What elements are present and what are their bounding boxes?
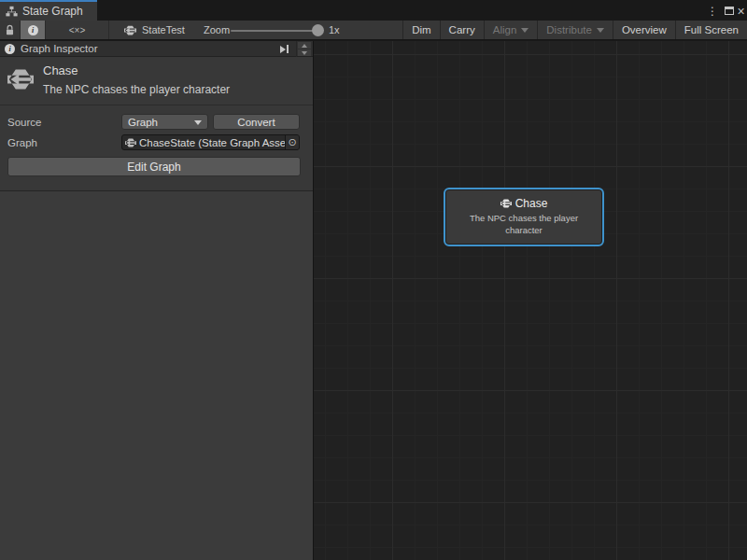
state-description: The NPC chases the player character	[43, 83, 230, 96]
tab-state-graph[interactable]: State Graph	[0, 2, 97, 21]
dock-panel-button[interactable]	[276, 43, 291, 55]
lock-icon	[5, 24, 15, 36]
overview-label: Overview	[622, 24, 667, 35]
scroll-up-button[interactable]	[298, 42, 311, 49]
graph-breadcrumb-label: StateTest	[142, 24, 185, 35]
edit-graph-button[interactable]: Edit Graph	[7, 157, 301, 176]
maximize-box	[725, 7, 734, 15]
inspector-toggle[interactable]: i	[21, 21, 46, 39]
carry-button[interactable]: Carry	[440, 21, 484, 39]
node-title-row: Chase	[500, 197, 548, 210]
info-icon: i	[28, 25, 38, 35]
graph-object-value: ChaseState (State Graph Asset)	[139, 137, 285, 148]
full-screen-button[interactable]: Full Screen	[675, 21, 747, 39]
source-dropdown-value: Graph	[128, 117, 158, 128]
node-chase[interactable]: Chase The NPC chases the player characte…	[444, 188, 604, 246]
state-graph-icon	[125, 137, 136, 148]
zoom-value: 1x	[329, 21, 340, 39]
arrow-down-icon	[302, 51, 307, 55]
graph-canvas[interactable]: Chase The NPC chases the player characte…	[314, 41, 747, 560]
inspector-empty-area	[0, 191, 313, 560]
object-picker-icon[interactable]: ⊙	[285, 135, 299, 149]
code-icon: <×>	[69, 25, 86, 35]
divider	[0, 105, 313, 105]
state-title: Chase	[43, 63, 78, 77]
chevron-down-icon	[597, 28, 604, 33]
convert-label: Convert	[237, 117, 275, 128]
info-icon: i	[5, 44, 15, 54]
inspector-header-title: Graph Inspector	[21, 43, 97, 54]
convert-button[interactable]: Convert	[213, 114, 300, 130]
inspector-header: i Graph Inspector	[0, 41, 313, 57]
source-dropdown[interactable]: Graph	[121, 114, 208, 130]
zoom-slider-track[interactable]	[231, 30, 315, 32]
node-description: The NPC chases the player character	[458, 213, 590, 237]
dim-label: Dim	[412, 24, 430, 35]
dock-arrow-icon	[280, 46, 286, 53]
dock-bar-icon	[287, 45, 289, 53]
node-title: Chase	[515, 197, 548, 210]
graph-inspector-panel: i Graph Inspector Chase The NPC chases t…	[0, 41, 313, 560]
toolbar: i <×> StateTest Zoom 1x Dim Carry Align …	[0, 21, 747, 40]
graph-label: Graph	[7, 137, 37, 148]
editor-window: State Graph ⋮ × i <×> StateTest Zoom 1x …	[0, 0, 747, 560]
align-button[interactable]: Align	[484, 21, 538, 39]
window-close-icon[interactable]: ×	[735, 4, 747, 18]
graph-breadcrumb[interactable]: StateTest	[124, 21, 185, 39]
panel-scrollbar	[296, 41, 311, 57]
tab-title: State Graph	[22, 5, 83, 18]
edit-graph-label: Edit Graph	[127, 161, 180, 174]
dim-button[interactable]: Dim	[402, 21, 439, 39]
title-bar: State Graph ⋮ ×	[0, 0, 747, 21]
window-maximize-icon[interactable]	[723, 4, 735, 18]
toolbar-right-group: Dim Carry Align Distribute Overview Full…	[402, 21, 747, 39]
distribute-button[interactable]: Distribute	[537, 21, 613, 39]
arrow-up-icon	[302, 44, 307, 48]
graph-hierarchy-icon	[6, 6, 18, 18]
state-graph-icon	[7, 66, 34, 92]
align-label: Align	[493, 24, 517, 35]
zoom-slider-handle[interactable]	[312, 24, 324, 36]
source-label: Source	[7, 117, 41, 128]
state-graph-icon	[500, 198, 512, 209]
full-screen-label: Full Screen	[684, 24, 739, 35]
chevron-down-icon	[521, 28, 529, 33]
carry-label: Carry	[449, 24, 475, 35]
lock-toggle[interactable]	[0, 21, 21, 39]
scroll-down-button[interactable]	[298, 49, 311, 56]
zoom-label: Zoom	[204, 21, 230, 39]
graph-object-field[interactable]: ChaseState (State Graph Asset) ⊙	[121, 134, 300, 150]
distribute-label: Distribute	[546, 24, 592, 35]
chevron-down-icon	[194, 120, 202, 125]
window-menu-icon[interactable]: ⋮	[707, 4, 718, 18]
code-preview-toggle[interactable]: <×>	[46, 21, 109, 39]
overview-button[interactable]: Overview	[613, 21, 675, 39]
state-graph-icon	[124, 24, 136, 36]
